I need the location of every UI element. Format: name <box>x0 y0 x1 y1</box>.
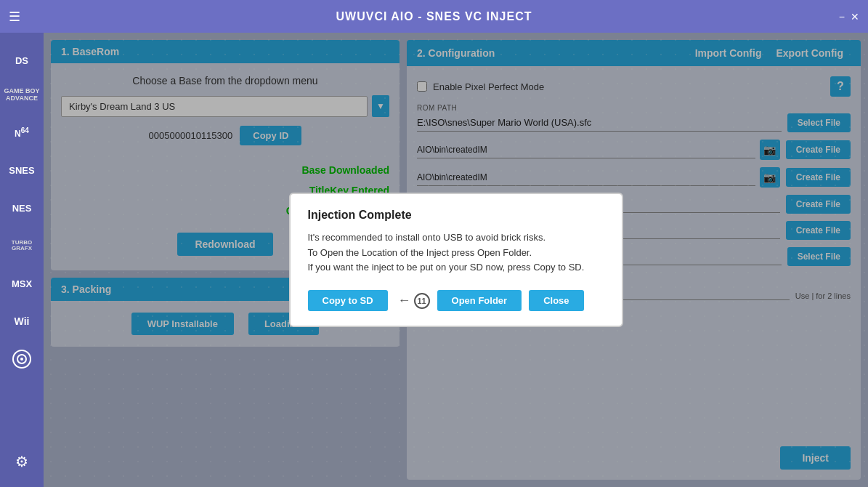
sidebar-item-turbografx[interactable]: TURBO GRAFX <box>4 228 40 264</box>
step-badge: 11 <box>414 293 430 309</box>
sidebar-item-msx[interactable]: MSX <box>4 265 40 302</box>
main-layout: ​ DS GAME BOY ADVANCE N64 SNES NES TURBO… <box>0 33 868 487</box>
sidebar: ​ DS GAME BOY ADVANCE N64 SNES NES TURBO… <box>0 33 44 487</box>
copy-to-sd-button[interactable]: Copy to SD <box>308 290 388 311</box>
menu-icon[interactable]: ☰ <box>9 9 20 25</box>
modal-footer: Copy to SD ← 11 Open Folder Close <box>308 290 604 311</box>
sidebar-item-settings[interactable]: ⚙ <box>4 443 40 480</box>
sidebar-item-gcn[interactable] <box>4 341 40 377</box>
svg-point-2 <box>20 358 23 361</box>
sidebar-item-wii[interactable]: Wii <box>4 303 40 339</box>
settings-icon: ⚙ <box>15 453 28 470</box>
gcn-icon <box>11 348 33 370</box>
modal-close-button[interactable]: Close <box>529 290 583 311</box>
window-controls: − ✕ <box>839 11 859 23</box>
modal-line2: To Open the Location of the Inject press… <box>308 246 604 261</box>
arrow-icon: ← <box>398 293 411 308</box>
sidebar-item-snes[interactable]: SNES <box>4 152 40 188</box>
modal-body: It's recommended to install onto USB to … <box>308 230 604 275</box>
sidebar-item-gba[interactable]: GAME BOY ADVANCE <box>4 76 40 113</box>
arrow-indicator: ← 11 <box>398 293 430 309</box>
modal-line1: It's recommended to install onto USB to … <box>308 230 604 246</box>
title-bar: ☰ UWUVCI AIO - SNES VC INJECT − ✕ <box>0 0 868 33</box>
modal-title: Injection Complete <box>308 209 604 222</box>
modal-overlay: Injection Complete It's recommended to i… <box>44 33 868 487</box>
injection-complete-modal: Injection Complete It's recommended to i… <box>289 193 623 327</box>
minimize-button[interactable]: − <box>839 11 845 23</box>
close-button[interactable]: ✕ <box>851 11 859 23</box>
sidebar-item-nes[interactable]: NES <box>4 190 40 226</box>
content-area: 1. BaseRom Choose a Base from the dropdo… <box>44 33 868 487</box>
sidebar-item-n64[interactable]: N64 <box>4 114 40 150</box>
app-title: UWUVCI AIO - SNES VC INJECT <box>336 10 532 23</box>
open-folder-button[interactable]: Open Folder <box>437 290 522 311</box>
modal-line3: If you want the inject to be put on your… <box>308 260 604 275</box>
sidebar-item-ds[interactable]: ​ DS <box>4 39 40 75</box>
